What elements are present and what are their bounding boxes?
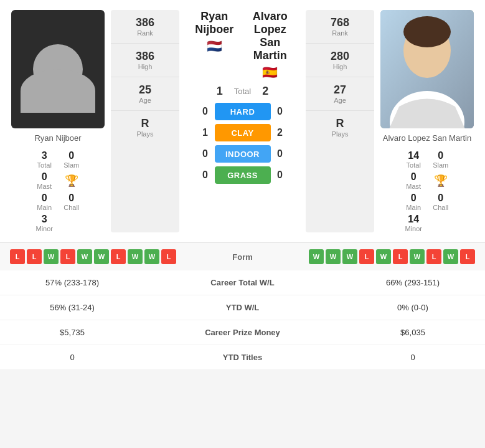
player2-flag: 🇪🇸: [262, 65, 278, 80]
form-section: LLWLWWLWWL Form WWWLWLWLWL: [0, 242, 485, 270]
form-badge: L: [460, 249, 475, 264]
career-wl-row: 57% (233-178) Career Total W/L 66% (293-…: [0, 270, 485, 295]
form-badge: W: [309, 249, 324, 264]
form-badge: L: [10, 249, 25, 264]
form-badge: L: [426, 249, 441, 264]
form-badge: W: [94, 249, 109, 264]
titles-row: 0 YTD Titles 0: [0, 345, 485, 370]
form-badge: W: [128, 249, 143, 264]
form-badge: L: [111, 249, 126, 264]
player1-stats: 3 Total 0 Slam 0 Mast 🏆 0 Main: [35, 150, 80, 232]
player1-high: 386 High: [111, 44, 179, 77]
form-label: Form: [232, 252, 253, 262]
player2-column: Alvaro Lopez San Martin 14 Total 0 Slam …: [374, 10, 480, 232]
player2-chall: 0 Chall: [432, 193, 450, 211]
form-badge: W: [443, 249, 458, 264]
form-badge: W: [44, 249, 59, 264]
form-badge: W: [326, 249, 341, 264]
player2-photo: [380, 10, 474, 128]
form-badge: L: [393, 249, 408, 264]
total-row: 1 Total 2: [210, 85, 275, 98]
player2-mast: 0 Mast: [405, 171, 422, 190]
prize-row: $5,735 Career Prize Money $6,035: [0, 320, 485, 345]
trophy-icon-1: 🏆: [63, 171, 80, 190]
player1-plays: R Plays: [111, 111, 179, 144]
player2-rank: 768 Rank: [306, 10, 374, 44]
player1-avatar: [33, 44, 83, 94]
hard-row: 0 Hard 0: [182, 103, 303, 120]
player1-minor: 3 Minor: [35, 214, 53, 232]
clay-badge: Clay: [215, 124, 271, 141]
player1-photo: [11, 10, 105, 128]
player2-form: WWWLWLWLWL: [309, 249, 475, 264]
player1-main: 0 Main: [35, 193, 53, 211]
player1-stats-panel: 386 Rank 386 High 25 Age R Plays: [111, 10, 179, 232]
indoor-badge: Indoor: [215, 145, 271, 163]
players-header: Ryan Nijboer 🇳🇱 Alvaro LopezSan Martin 🇪…: [182, 10, 303, 80]
player2-stats: 14 Total 0 Slam 0 Mast 🏆 0 Main: [405, 150, 449, 232]
player1-name-label: Ryan Nijboer: [34, 133, 81, 143]
player1-age: 25 Age: [111, 77, 179, 111]
center-column: Ryan Nijboer 🇳🇱 Alvaro LopezSan Martin 🇪…: [182, 10, 303, 232]
player2-header: Alvaro LopezSan Martin 🇪🇸: [242, 10, 298, 80]
player2-main: 0 Main: [405, 193, 422, 211]
form-badge: W: [77, 249, 92, 264]
player1-rank: 386 Rank: [111, 10, 179, 44]
clay-row: 1 Clay 2: [182, 124, 303, 141]
form-badge: L: [60, 249, 75, 264]
player2-total: 14 Total: [405, 150, 422, 169]
player2-slam: 0 Slam: [432, 150, 450, 169]
player2-name-label: Alvaro Lopez San Martin: [383, 133, 471, 143]
hard-badge: Hard: [215, 103, 271, 120]
form-badge: W: [342, 249, 357, 264]
grass-row: 0 Grass 0: [182, 166, 303, 184]
player1-chall: 0 Chall: [63, 193, 80, 211]
form-badge: L: [161, 249, 176, 264]
svg-point-3: [403, 16, 451, 47]
player1-flag: 🇳🇱: [207, 39, 222, 54]
grass-badge: Grass: [215, 166, 271, 184]
player1-mast: 0 Mast: [35, 171, 53, 190]
form-badge: W: [144, 249, 159, 264]
form-badge: W: [376, 249, 391, 264]
form-badge: W: [410, 249, 425, 264]
ytd-wl-row: 56% (31-24) YTD W/L 0% (0-0): [0, 295, 485, 320]
form-badge: L: [359, 249, 374, 264]
player2-age: 27 Age: [306, 77, 374, 111]
player2-high: 280 High: [306, 44, 374, 77]
player1-column: Ryan Nijboer 3 Total 0 Slam 0 Mast 🏆: [5, 10, 111, 232]
player1-slam: 0 Slam: [63, 150, 80, 169]
player1-form: LLWLWWLWWL: [10, 249, 176, 264]
main-container: Ryan Nijboer 3 Total 0 Slam 0 Mast 🏆: [0, 0, 485, 370]
stats-rows: 57% (233-178) Career Total W/L 66% (293-…: [0, 270, 485, 370]
player2-plays: R Plays: [306, 111, 374, 144]
player2-stats-panel: 768 Rank 280 High 27 Age R Plays: [306, 10, 374, 232]
player1-total: 3 Total: [35, 150, 53, 169]
player2-minor: 14 Minor: [405, 214, 422, 232]
top-section: Ryan Nijboer 3 Total 0 Slam 0 Mast 🏆: [0, 0, 485, 242]
indoor-row: 0 Indoor 0: [182, 145, 303, 163]
trophy-icon-2: 🏆: [432, 171, 450, 190]
player2-name-header: Alvaro LopezSan Martin: [242, 10, 298, 62]
player1-header: Ryan Nijboer 🇳🇱: [187, 10, 242, 54]
form-badge: L: [27, 249, 42, 264]
